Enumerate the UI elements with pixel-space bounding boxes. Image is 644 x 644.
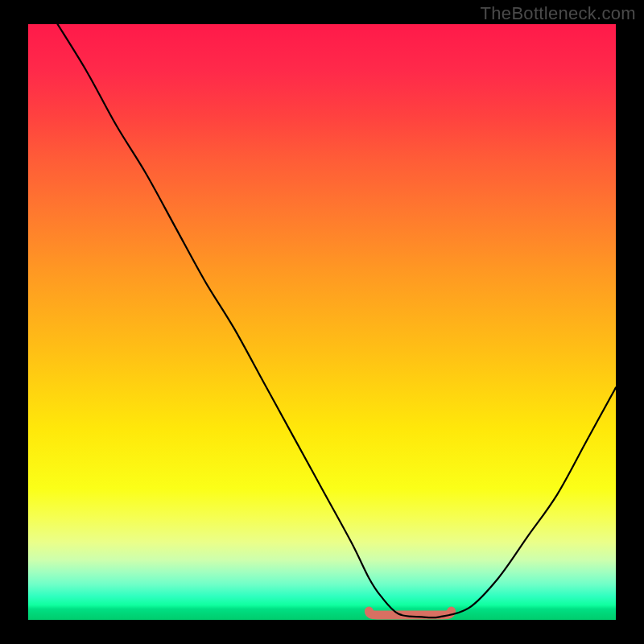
chart-frame: TheBottleneck.com — [0, 0, 644, 644]
plot-area — [28, 24, 616, 620]
watermark-text: TheBottleneck.com — [481, 3, 636, 24]
bottleneck-curve — [28, 24, 616, 620]
